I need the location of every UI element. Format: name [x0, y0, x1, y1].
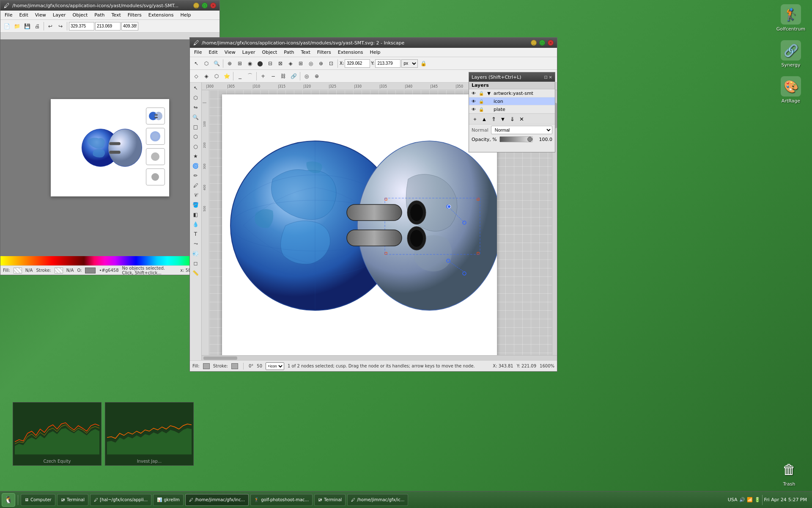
taskbar-inkscape-1[interactable]: 🖊 [hal~/gfx/icons/appli...	[90, 494, 151, 506]
unit-select[interactable]: px mm in	[401, 59, 418, 68]
main-menu-object[interactable]: Object	[260, 49, 280, 56]
tool-bucket[interactable]: 🪣	[191, 200, 200, 210]
small-tb-undo[interactable]: ↩	[46, 22, 55, 31]
systray-network[interactable]: 📶	[747, 497, 753, 502]
tool-arrow[interactable]: ↖	[191, 83, 200, 93]
layer-lock-artwork[interactable]: 🔒	[478, 90, 484, 96]
thumb-2[interactable]	[146, 128, 165, 145]
tb-snap4[interactable]: ⬤	[255, 59, 265, 68]
thumb-4[interactable]	[146, 168, 165, 185]
tb-snap10[interactable]: ⊕	[316, 59, 326, 68]
scrollbar-thumb-h[interactable]	[203, 356, 237, 360]
main-menu-view[interactable]: View	[222, 49, 238, 56]
tool-measure[interactable]: 📏	[191, 268, 200, 278]
tb-coord-lock[interactable]: 🔒	[419, 59, 428, 68]
taskbar-terminal-1[interactable]: 🖳 Terminal	[57, 494, 88, 506]
desktop-icon-artrage[interactable]: 🎨 ArtRage	[774, 76, 808, 104]
taskbar-computer[interactable]: 🖥 Computer	[21, 494, 55, 506]
y-coord-input[interactable]	[375, 59, 401, 68]
main-menu-file[interactable]: File	[192, 49, 204, 56]
tool-spiral[interactable]: 🌀	[191, 161, 200, 171]
layer-eye-plate[interactable]: 👁	[471, 106, 477, 112]
main-maximize-btn[interactable]: □	[539, 40, 545, 46]
layer-raise-top-btn[interactable]: ⇑	[489, 115, 498, 123]
main-minimize-btn[interactable]: _	[531, 40, 537, 46]
tb-snap7[interactable]: ◈	[286, 59, 295, 68]
small-menu-file[interactable]: File	[2, 11, 15, 19]
tb-node-auto[interactable]: ⭐	[222, 72, 231, 81]
layer-lock-plate[interactable]: 🔒	[478, 106, 484, 112]
small-menu-edit[interactable]: Edit	[16, 11, 30, 19]
taskbar-terminal-2[interactable]: 🖳 Terminal	[314, 494, 346, 506]
small-maximize-btn[interactable]: □	[202, 3, 208, 8]
tool-text[interactable]: T	[191, 229, 200, 239]
small-menu-extensions[interactable]: Extensions	[146, 11, 176, 19]
tb-snap9[interactable]: ◎	[306, 59, 315, 68]
main-close-btn[interactable]: ✕	[548, 40, 554, 46]
tool-dropper[interactable]: 💧	[191, 220, 200, 229]
layer-expand-artwork[interactable]: ▼	[486, 90, 492, 96]
tb-select[interactable]: ↖	[192, 59, 201, 68]
tb-seg-curve[interactable]: ⌒	[245, 72, 255, 81]
tool-spray[interactable]: 💨	[191, 249, 200, 258]
main-menu-filters[interactable]: Filters	[315, 49, 334, 56]
main-menu-layer[interactable]: Layer	[240, 49, 258, 56]
tb-snap5[interactable]: ⊟	[266, 59, 275, 68]
tb-node-smooth[interactable]: ◈	[202, 72, 211, 81]
tb-add-node[interactable]: +	[258, 72, 268, 81]
tool-eraser[interactable]: ◻	[191, 259, 200, 268]
layers-detach-btn[interactable]: ⊡	[544, 75, 547, 80]
small-x-coord[interactable]	[69, 22, 94, 30]
tb-snap8[interactable]: ⊞	[296, 59, 305, 68]
small-menu-view[interactable]: View	[33, 11, 49, 19]
thumb-3[interactable]	[146, 148, 165, 165]
small-menu-layer[interactable]: Layer	[50, 11, 69, 19]
tb-node[interactable]: ⬡	[202, 59, 211, 68]
tb-show-handles[interactable]: ◎	[302, 72, 311, 81]
main-menu-text[interactable]: Text	[299, 49, 313, 56]
small-color-palette[interactable]	[0, 256, 219, 265]
desktop-icon-synergy[interactable]: 🔗 Synergy	[774, 40, 808, 68]
tool-gradient[interactable]: ◧	[191, 210, 200, 219]
taskbar-inkscape-2[interactable]: 🖊 /home/jimmac/gfx/inc...	[185, 494, 249, 506]
systray-sound[interactable]: 🔊	[739, 497, 745, 502]
small-menu-text[interactable]: Text	[109, 11, 123, 19]
layer-raise-btn[interactable]: ▲	[480, 115, 488, 123]
layer-lower-btn[interactable]: ▼	[499, 115, 507, 123]
small-minimize-btn[interactable]: _	[193, 3, 199, 8]
layers-close-btn[interactable]: ✕	[549, 75, 552, 80]
layer-eye-artwork[interactable]: 👁	[471, 90, 477, 96]
small-tb-open[interactable]: 📁	[12, 22, 22, 31]
tool-3d[interactable]: ⬡	[191, 132, 200, 141]
small-tb-new[interactable]: 📄	[2, 22, 11, 31]
tb-node-symm[interactable]: ⬡	[212, 72, 221, 81]
tool-connector[interactable]: ⤳	[191, 239, 200, 248]
layer-select[interactable]: +icon plate	[266, 362, 284, 370]
small-menu-path[interactable]: Path	[92, 11, 107, 19]
tool-pen[interactable]: 🖊	[191, 181, 200, 190]
tb-snap6[interactable]: ⊠	[276, 59, 285, 68]
tb-snap-nodes[interactable]: ⊕	[312, 72, 321, 81]
x-coord-input[interactable]	[345, 59, 370, 68]
tool-node[interactable]: ⬡	[191, 93, 200, 102]
layer-lower-bottom-btn[interactable]: ⇓	[508, 115, 516, 123]
layer-row-artwork[interactable]: 👁 🔒 ▼ artwork:yast-smt	[469, 89, 555, 97]
desktop-icon-golfcentrum[interactable]: 🏌️ Golfcentrum	[774, 4, 808, 32]
main-menu-help[interactable]: Help	[367, 49, 383, 56]
tool-tweak[interactable]: ↬	[191, 103, 200, 112]
small-w-coord[interactable]	[121, 22, 138, 30]
opacity-range[interactable]	[500, 137, 532, 142]
scrollbar-horizontal[interactable]	[202, 355, 557, 360]
tb-break-node[interactable]: ⛓	[279, 72, 288, 81]
start-button[interactable]: 🐧	[2, 493, 15, 507]
small-close-btn[interactable]: ✕	[210, 3, 216, 8]
layer-add-btn[interactable]: +	[471, 115, 479, 123]
tool-star[interactable]: ★	[191, 152, 200, 161]
main-menu-path[interactable]: Path	[281, 49, 296, 56]
blend-mode-select[interactable]: Normal Multiply Screen Overlay Darken Li…	[491, 126, 552, 134]
small-menu-object[interactable]: Object	[70, 11, 91, 19]
tb-snap11[interactable]: ⊡	[326, 59, 336, 68]
small-menu-help[interactable]: Help	[178, 11, 193, 19]
tb-node-cusp[interactable]: ◇	[192, 72, 201, 81]
thumb-1[interactable]	[146, 108, 165, 124]
